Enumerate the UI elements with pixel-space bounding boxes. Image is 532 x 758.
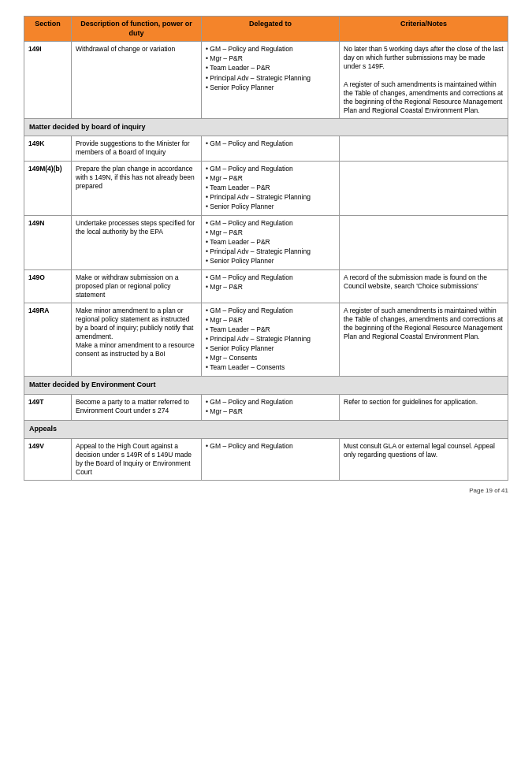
delegated-item: GM – Policy and Regulation [206,139,335,148]
main-table: Section Description of function, power o… [24,16,508,481]
page-number: Page 19 of 41 [24,487,508,494]
delegated-cell: GM – Policy and RegulationMgr – P&R [202,270,340,303]
delegated-item: Mgr – P&R [206,229,335,237]
delegated-item: Team Leader – P&R [206,64,335,72]
criteria-cell [340,215,508,269]
table-row: 149M(4)(b)Prepare the plan change in acc… [24,161,508,215]
table-row: 149KProvide suggestions to the Minister … [24,136,508,161]
section-heading-row: Appeals [24,421,508,439]
delegated-item: GM – Policy and Regulation [206,307,335,315]
col-header-criteria: Criteria/Notes [340,17,508,42]
delegated-cell: GM – Policy and RegulationMgr – P&RTeam … [202,161,340,215]
table-row: 149NUndertake processes steps specified … [24,215,508,269]
section-heading-row: Matter decided by board of inquiry [24,118,508,136]
col-header-section: Section [24,17,72,42]
col-header-delegated: Delegated to [202,17,340,42]
section-cell: 149V [24,438,72,480]
description-cell: Become a party to a matter referred to E… [72,395,202,421]
section-cell: 149M(4)(b) [24,161,72,215]
delegated-item: Team Leader – Consents [206,363,335,372]
delegated-item: Senior Policy Planner [206,203,335,211]
delegated-item: Principal Adv – Strategic Planning [206,247,335,256]
delegated-item: Mgr – P&R [206,407,335,416]
delegated-item: GM – Policy and Regulation [206,398,335,407]
criteria-cell [340,136,508,161]
delegated-cell: GM – Policy and RegulationMgr – P&RTeam … [202,215,340,269]
section-cell: 149RA [24,303,72,377]
delegated-item: Mgr – P&R [206,316,335,325]
delegated-item: Senior Policy Planner [206,84,335,92]
description-cell: Make minor amendment to a plan or region… [72,303,202,377]
delegated-item: Senior Policy Planner [206,257,335,266]
delegated-item: Team Leader – P&R [206,325,335,334]
delegated-item: GM – Policy and Regulation [206,45,335,54]
delegated-cell: GM – Policy and RegulationMgr – P&RTeam … [202,303,340,377]
criteria-cell: Must consult GLA or external legal couns… [340,438,508,480]
description-cell: Prepare the plan change in accordance wi… [72,161,202,215]
delegated-item: Team Leader – P&R [206,238,335,247]
section-heading-row: Matter decided by Environment Court [24,377,508,395]
description-cell: Provide suggestions to the Minister for … [72,136,202,161]
table-row: 149TBecome a party to a matter referred … [24,395,508,421]
table-row: 149IWithdrawal of change or variationGM … [24,42,508,118]
delegated-item: Mgr – P&R [206,54,335,63]
delegated-item: Senior Policy Planner [206,344,335,353]
delegated-item: Mgr – P&R [206,174,335,183]
criteria-cell: A record of the submission made is found… [340,270,508,303]
criteria-cell: No later than 5 working days after the c… [340,42,508,118]
col-header-description: Description of function, power or duty [72,17,202,42]
delegated-item: Principal Adv – Strategic Planning [206,74,335,83]
section-cell: 149T [24,395,72,421]
delegated-item: GM – Policy and Regulation [206,165,335,173]
criteria-cell [340,161,508,215]
delegated-item: GM – Policy and Regulation [206,273,335,282]
criteria-cell: Refer to section for guidelines for appl… [340,395,508,421]
section-cell: 149K [24,136,72,161]
delegated-item: Mgr – P&R [206,283,335,292]
table-row: 149OMake or withdraw submission on a pro… [24,270,508,303]
delegated-item: Principal Adv – Strategic Planning [206,335,335,344]
delegated-cell: GM – Policy and Regulation [202,438,340,480]
section-cell: 149O [24,270,72,303]
section-cell: 149N [24,215,72,269]
criteria-cell: A register of such amendments is maintai… [340,303,508,377]
description-cell: Withdrawal of change or variation [72,42,202,118]
delegated-item: Principal Adv – Strategic Planning [206,193,335,202]
section-cell: 149I [24,42,72,118]
delegated-item: GM – Policy and Regulation [206,442,335,451]
table-row: 149VAppeal to the High Court against a d… [24,438,508,480]
delegated-cell: GM – Policy and RegulationMgr – P&RTeam … [202,42,340,118]
description-cell: Undertake processes steps specified for … [72,215,202,269]
delegated-item: GM – Policy and Regulation [206,219,335,228]
table-row: 149RAMake minor amendment to a plan or r… [24,303,508,377]
delegated-item: Team Leader – P&R [206,184,335,192]
delegated-cell: GM – Policy and RegulationMgr – P&R [202,395,340,421]
description-cell: Make or withdraw submission on a propose… [72,270,202,303]
delegated-item: Mgr – Consents [206,354,335,362]
delegated-cell: GM – Policy and Regulation [202,136,340,161]
description-cell: Appeal to the High Court against a decis… [72,438,202,480]
